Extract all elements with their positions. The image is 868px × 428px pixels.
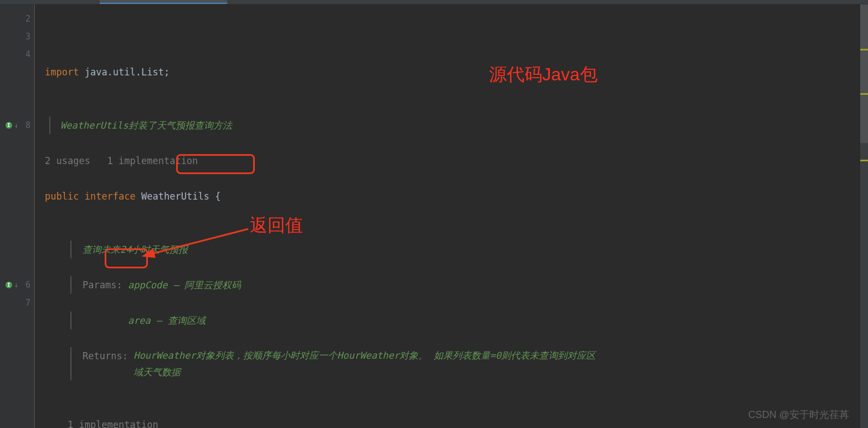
gutter-line <box>0 329 34 347</box>
line-number: 3 <box>20 32 30 42</box>
keyword-interface: interface <box>85 191 136 202</box>
gutter: 234↓8↓67↓5 <box>0 4 34 428</box>
gutter-line <box>0 312 34 329</box>
gutter-line <box>0 365 34 383</box>
gutter-line <box>0 205 34 223</box>
gutter-line <box>0 81 34 99</box>
gutter-line <box>0 170 34 187</box>
chevron-down-icon[interactable]: ↓ <box>14 121 18 129</box>
gutter-line: ↓8 <box>0 116 34 134</box>
usages-hint-m1[interactable]: 1 implementation <box>68 419 158 428</box>
chevron-down-icon[interactable]: ↓ <box>14 281 18 289</box>
gutter-line <box>0 383 34 400</box>
interface-name: WeatherUtils <box>141 191 209 202</box>
gutter-line <box>0 347 34 365</box>
javadoc-m1-p2-name: area <box>128 315 151 326</box>
javadoc-m1-p1-desc: 阿里云授权码 <box>184 279 241 291</box>
javadoc-m1-title: 查询未来24小时天气预报 <box>83 244 188 255</box>
gutter-line: 4 <box>0 45 34 63</box>
gutter-line <box>0 63 34 81</box>
keyword-import: import <box>45 67 79 78</box>
gutter-line: 2 <box>0 10 34 28</box>
tab-active[interactable] <box>100 0 227 4</box>
scrollbar-marker-2 <box>860 93 868 95</box>
gutter-line <box>0 418 34 428</box>
watermark: CSDN @安于时光荏苒 <box>748 406 849 424</box>
line-number: 2 <box>20 14 30 24</box>
gutter-line <box>0 152 34 170</box>
line-number: 6 <box>20 280 30 290</box>
gutter-line: 3 <box>0 28 34 45</box>
gutter-line <box>0 223 34 241</box>
gutter-line <box>0 99 34 116</box>
editor-tabs <box>0 0 868 4</box>
gutter-line: ↓6 <box>0 276 34 294</box>
line-number: 8 <box>20 120 30 130</box>
annotation-return: 返回值 <box>250 216 303 234</box>
gutter-line <box>0 258 34 276</box>
implementation-icon[interactable] <box>6 122 12 129</box>
scrollbar-marker-3 <box>860 160 868 161</box>
javadoc-m1-p2-desc: 查询区域 <box>168 315 206 326</box>
line-number: 7 <box>20 298 30 308</box>
usages-hint-class[interactable]: 2 usages 1 implementation <box>45 155 198 166</box>
keyword-public: public <box>45 191 79 202</box>
javadoc-m1-returns: HourWeather对象列表，按顺序每小时对应一个HourWeather对象。… <box>133 347 599 380</box>
editor: 234↓8↓67↓5 import java.util.List; Weathe… <box>0 4 868 428</box>
code-area[interactable]: import java.util.List; WeatherUtils封装了天气… <box>34 4 860 428</box>
gutter-line: 7 <box>0 294 34 312</box>
javadoc-m1-params-label: Params: <box>83 279 122 291</box>
import-path: java.util.List <box>85 67 164 78</box>
scrollbar-thumb[interactable] <box>860 4 868 143</box>
implementation-icon[interactable] <box>6 282 12 288</box>
gutter-line <box>0 134 34 152</box>
javadoc-m1-returns-label: Returns: <box>83 350 128 361</box>
gutter-line <box>0 187 34 205</box>
gutter-line <box>0 241 34 258</box>
scrollbar-marker-1 <box>860 49 868 50</box>
javadoc-m1-p1-name: appCode <box>128 279 168 291</box>
gutter-line <box>0 400 34 418</box>
line-number: 4 <box>20 49 30 59</box>
vertical-scrollbar[interactable] <box>860 4 868 428</box>
tab-inactive-1[interactable] <box>0 0 100 4</box>
javadoc-class: WeatherUtils封装了天气预报查询方法 <box>60 120 232 131</box>
